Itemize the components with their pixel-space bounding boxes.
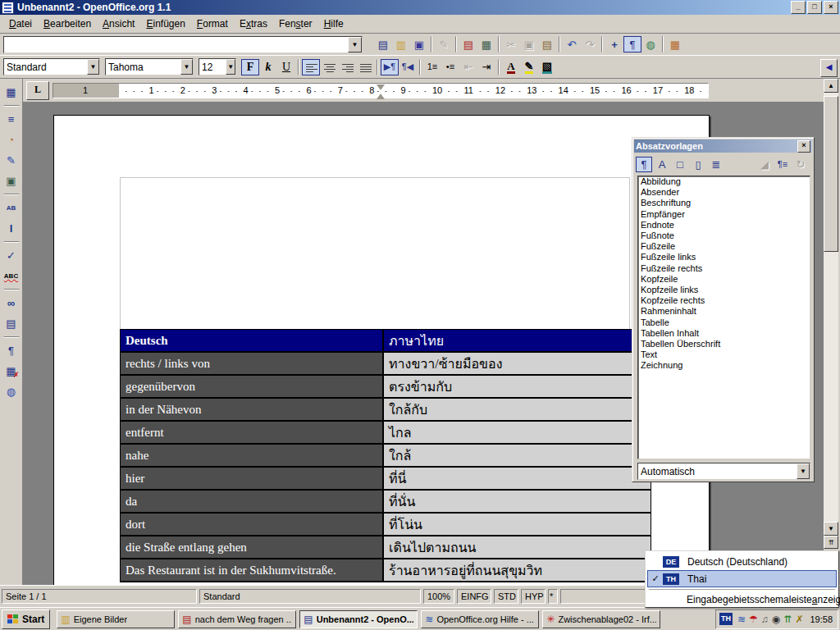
numbering-styles-icon[interactable]: ≣	[708, 157, 724, 172]
style-dropdown-arrow[interactable]: ▼	[87, 59, 99, 75]
style-list-item[interactable]: Text	[638, 349, 810, 360]
update-icon[interactable]: ⇈	[783, 614, 792, 625]
insert-table-icon[interactable]: ▦	[2, 83, 21, 102]
left-to-right-button[interactable]: ▶¶	[381, 59, 399, 75]
separator[interactable]	[3, 105, 20, 107]
stylist-style-list[interactable]: AbbildungAbsenderBeschriftungEmpfängerEn…	[637, 176, 810, 459]
font-dropdown-arrow[interactable]: ▼	[180, 59, 193, 75]
auto-spellcheck-icon[interactable]: ABC	[2, 267, 21, 285]
document-page[interactable]: Deutsch ภาษาไทย rechts / links von ทางขว…	[53, 115, 710, 585]
table-cell-thai[interactable]: เดินไปตามถนน	[384, 536, 651, 558]
table-cell-thai[interactable]: ที่นี่	[384, 468, 651, 489]
table-header-german[interactable]: Deutsch	[121, 330, 384, 351]
antivirus-icon[interactable]: ☂	[749, 614, 758, 625]
insert-fields-icon[interactable]: ≡	[2, 110, 21, 129]
task-eigene-bilder[interactable]: ▥ Eigene Bilder	[57, 610, 175, 628]
menu-item[interactable]: Fenster	[273, 16, 318, 32]
indent-marker[interactable]	[377, 84, 385, 94]
table-row[interactable]: da ที่นั่น	[121, 491, 651, 514]
style-list-item[interactable]: Fußzeile rechts	[638, 263, 810, 274]
print-icon[interactable]: ▦	[477, 36, 495, 52]
table-cell-thai[interactable]: ไกล	[384, 422, 651, 443]
redo-icon[interactable]: ↷	[581, 36, 599, 52]
translation-table[interactable]: Deutsch ภาษาไทย rechts / links von ทางขว…	[120, 329, 651, 582]
separator[interactable]	[601, 36, 603, 52]
status-zoom[interactable]: 100%	[423, 589, 454, 604]
start-button[interactable]: Start	[2, 609, 50, 629]
spacer[interactable]	[726, 157, 755, 172]
lang-item-thai[interactable]: ✓ TH Thai	[647, 570, 837, 587]
direct-cursor-icon[interactable]: I	[2, 219, 21, 238]
highlighting-button[interactable]: ✎	[520, 59, 538, 75]
scroll-up-button[interactable]: ▲	[824, 79, 838, 93]
scrollbar-thumb[interactable]	[824, 96, 838, 252]
data-sources-icon[interactable]: ▤	[2, 314, 21, 333]
align-center-button[interactable]	[320, 59, 338, 75]
pen-tablet-icon[interactable]: ✗	[795, 614, 803, 625]
style-list-item[interactable]: Kopfzeile	[638, 274, 810, 285]
table-row[interactable]: die Straße entlang gehen เดินไปตามถนน	[121, 536, 651, 559]
fill-format-mode-icon[interactable]: ◢	[756, 157, 773, 172]
save-icon[interactable]: ▣	[410, 36, 428, 52]
online-layout-icon[interactable]: ◍	[2, 382, 21, 401]
task-nach-dem-weg-fragen[interactable]: ▤ nach dem Weg fragen ...	[178, 610, 296, 628]
separator[interactable]	[3, 289, 20, 290]
style-list-item[interactable]: Kopfzeile links	[638, 285, 810, 295]
table-cell-thai[interactable]: ร้านอาหารอยู่ที่ถนนสุขุมวิท	[384, 559, 651, 581]
table-cell-german[interactable]: entfernt	[121, 422, 384, 443]
page-styles-icon[interactable]: ▯	[690, 157, 706, 172]
gallery-icon[interactable]: ▦	[666, 36, 684, 52]
style-list-item[interactable]: Tabellen Überschrift	[638, 339, 810, 349]
style-list-item[interactable]: Absender	[638, 187, 810, 198]
table-cell-thai[interactable]: ใกล้	[384, 445, 651, 466]
nonprinting-characters-icon[interactable]: ¶	[2, 341, 21, 360]
font-size-input[interactable]	[199, 59, 226, 75]
table-cell-thai[interactable]: ที่นั่น	[384, 491, 651, 512]
separator[interactable]	[431, 36, 432, 52]
find-replace-icon[interactable]: ∞	[2, 294, 21, 313]
style-list-item[interactable]: Zeichnung	[638, 360, 810, 371]
url-dropdown-arrow[interactable]: ▼	[348, 37, 362, 52]
stylist-close-button[interactable]: ×	[797, 140, 810, 153]
bold-button[interactable]: F	[241, 59, 259, 75]
menu-item[interactable]: Hilfe	[318, 16, 349, 32]
style-list-item[interactable]: Tabelle	[638, 317, 810, 328]
separator[interactable]	[559, 36, 560, 52]
graphics-on-off-icon[interactable]: ▦	[2, 362, 21, 381]
close-button[interactable]: ×	[824, 1, 838, 14]
table-row[interactable]: entfernt ไกล	[121, 422, 651, 445]
edit-file-icon[interactable]: ✎	[435, 36, 453, 52]
style-list-item[interactable]: Empfänger	[638, 209, 810, 220]
task-openoffice-hilfe[interactable]: ≋ OpenOffice.org Hilfe - ...	[421, 610, 539, 628]
separator[interactable]	[498, 36, 500, 52]
increase-indent-button[interactable]: ⇥	[477, 59, 495, 75]
underline-button[interactable]: U	[277, 59, 295, 75]
table-cell-german[interactable]: dort	[121, 514, 384, 535]
mouse-settings-icon[interactable]: ◉	[772, 614, 780, 625]
table-cell-german[interactable]: da	[121, 491, 384, 512]
table-cell-thai[interactable]: ทางขวา/ซ้ายมือของ	[384, 353, 651, 374]
status-insert-mode[interactable]: EINFG	[457, 589, 491, 604]
size-dropdown-arrow[interactable]: ▼	[226, 59, 235, 75]
update-style-icon[interactable]: ↻	[792, 157, 809, 172]
hyperlink-icon[interactable]: ◍	[641, 36, 660, 52]
separator[interactable]	[3, 194, 20, 195]
separator[interactable]	[377, 59, 378, 75]
separator[interactable]	[498, 59, 500, 75]
table-cell-german[interactable]: Das Restaurant ist in der Sukhumvitstraß…	[121, 559, 384, 581]
table-header-thai[interactable]: ภาษาไทย	[384, 330, 651, 351]
stylist-filter-input[interactable]	[638, 463, 797, 479]
right-to-left-button[interactable]: ¶◀	[399, 59, 417, 75]
italic-button[interactable]: k	[259, 59, 277, 75]
cut-icon[interactable]: ✂	[502, 36, 520, 52]
font-name-input[interactable]	[106, 59, 180, 75]
url-input[interactable]	[4, 37, 348, 52]
table-cell-german[interactable]: in der Nähevon	[121, 399, 384, 420]
numbering-on-off-button[interactable]: 1≡	[423, 59, 441, 75]
separator[interactable]	[3, 336, 20, 338]
horizontal-ruler[interactable]: 1 123456789101112131415161718	[52, 83, 709, 98]
paragraph-style-combobox[interactable]: ▼	[3, 58, 100, 75]
table-row[interactable]: in der Nähevon ใกล้กับ	[121, 399, 651, 422]
font-name-combobox[interactable]: ▼	[105, 58, 194, 75]
menu-item[interactable]: Datei	[3, 16, 38, 32]
